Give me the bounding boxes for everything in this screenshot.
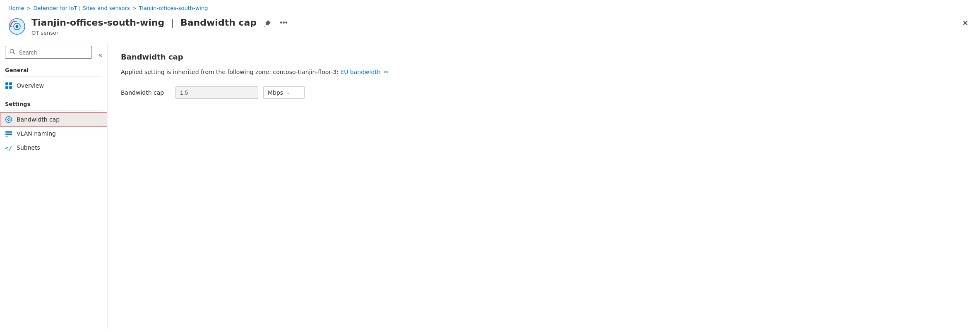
content-area: Bandwidth cap Applied setting is inherit… xyxy=(108,43,980,329)
search-box[interactable] xyxy=(5,46,92,59)
sidebar-item-vlan-naming[interactable]: VLAN naming xyxy=(0,127,107,141)
svg-rect-8 xyxy=(5,86,8,89)
svg-line-5 xyxy=(13,53,15,54)
title-separator: | xyxy=(171,17,174,28)
bandwidth-cap-label: Bandwidth cap xyxy=(17,116,60,123)
bandwidth-cap-form-row: Bandwidth cap Mbps ⌄ xyxy=(121,86,967,99)
svg-rect-12 xyxy=(5,131,12,132)
subnets-label: Subnets xyxy=(17,144,40,151)
sidebar-item-overview[interactable]: Overview xyxy=(0,79,107,93)
unit-select[interactable]: Mbps ⌄ xyxy=(263,86,305,99)
inherited-link[interactable]: EU bandwidth xyxy=(340,69,380,75)
search-row: « xyxy=(0,43,107,64)
close-button[interactable]: ✕ xyxy=(959,17,972,29)
svg-text:</>: </> xyxy=(5,144,12,151)
sidebar-item-subnets[interactable]: </> Subnets xyxy=(0,141,107,155)
svg-rect-7 xyxy=(9,82,12,85)
breadcrumb-sites[interactable]: Defender for IoT | Sites and sensors xyxy=(33,5,130,11)
breadcrumb-sep-1: > xyxy=(26,5,31,11)
bandwidth-cap-form-label: Bandwidth cap xyxy=(121,89,171,96)
svg-rect-13 xyxy=(5,134,12,135)
sensor-icon xyxy=(8,18,26,35)
page-header: Tianjin-offices-south-wing | Bandwidth c… xyxy=(8,17,959,43)
selected-unit-label: Mbps xyxy=(268,89,283,96)
inherited-notice: Applied setting is inherited from the fo… xyxy=(121,68,967,76)
svg-rect-9 xyxy=(9,86,12,89)
sensor-subtitle: OT sensor xyxy=(31,30,951,36)
page-title: Tianjin-offices-south-wing | Bandwidth c… xyxy=(31,17,257,29)
breadcrumb-sensor[interactable]: Tianjin-offices-south-wing xyxy=(139,5,208,11)
subnets-icon: </> xyxy=(5,144,12,151)
svg-point-11 xyxy=(8,120,10,121)
overview-icon xyxy=(5,82,12,89)
svg-rect-14 xyxy=(5,136,8,137)
breadcrumb: Home > Defender for IoT | Sites and sens… xyxy=(0,0,980,14)
header-text: Tianjin-offices-south-wing | Bandwidth c… xyxy=(31,17,951,36)
search-icon xyxy=(10,49,15,56)
page-header-row: Tianjin-offices-south-wing | Bandwidth c… xyxy=(0,14,980,43)
vlan-naming-label: VLAN naming xyxy=(17,130,56,137)
bandwidth-icon xyxy=(5,116,12,123)
breadcrumb-home[interactable]: Home xyxy=(8,5,24,11)
bandwidth-value-input[interactable] xyxy=(175,86,258,99)
pin-button[interactable] xyxy=(261,18,273,29)
svg-point-10 xyxy=(6,117,12,123)
content-title: Bandwidth cap xyxy=(121,53,967,61)
inherited-text: Applied setting is inherited from the fo… xyxy=(121,69,339,75)
main-layout: « General Overview Settings xyxy=(0,43,980,329)
more-options-button[interactable]: ••• xyxy=(277,17,290,29)
general-divider xyxy=(5,76,102,77)
edit-inherited-icon[interactable]: ✏ xyxy=(384,69,389,75)
settings-section-label: Settings xyxy=(0,98,107,109)
breadcrumb-sep-2: > xyxy=(132,5,137,11)
settings-divider xyxy=(5,110,102,111)
collapse-sidebar-button[interactable]: « xyxy=(97,50,104,60)
overview-label: Overview xyxy=(17,82,44,89)
sidebar-item-bandwidth-cap[interactable]: Bandwidth cap xyxy=(0,112,107,127)
search-input[interactable] xyxy=(19,49,87,56)
chevron-down-icon: ⌄ xyxy=(286,90,290,96)
svg-point-2 xyxy=(16,25,19,28)
svg-point-3 xyxy=(10,26,12,27)
svg-rect-6 xyxy=(5,82,8,85)
sidebar: « General Overview Settings xyxy=(0,43,108,329)
vlan-icon xyxy=(5,130,12,137)
general-section-label: General xyxy=(0,64,107,75)
